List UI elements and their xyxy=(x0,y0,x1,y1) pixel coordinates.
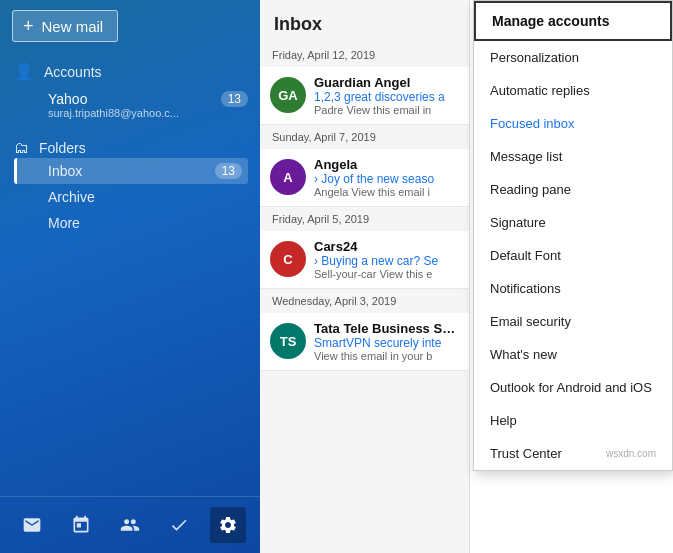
sidebar: + New mail 👤 Accounts Yahoo 13 suraj.tri… xyxy=(0,0,260,553)
tasks-nav-icon[interactable] xyxy=(161,507,197,543)
email-sender-2: Cars24 xyxy=(314,239,459,254)
dropdown-item-focused-inbox[interactable]: Focused inbox xyxy=(474,107,672,140)
folders-text: Folders xyxy=(39,140,86,156)
dropdown-menu: Manage accounts Personalization Automati… xyxy=(473,0,673,471)
email-item-2[interactable]: C Cars24 › Buying a new car? Se Sell-you… xyxy=(260,231,469,289)
sidebar-bottom xyxy=(0,496,260,553)
email-content-2: Cars24 › Buying a new car? Se Sell-your-… xyxy=(314,239,459,280)
dropdown-item-email-security[interactable]: Email security xyxy=(474,305,672,338)
email-content-0: Guardian Angel 1,2,3 great discoveries a… xyxy=(314,75,459,116)
email-preview-2: Sell-your-car View this e xyxy=(314,268,459,280)
dropdown-item-help[interactable]: Help xyxy=(474,404,672,437)
email-preview-3: View this email in your b xyxy=(314,350,459,362)
dropdown-item-message-list[interactable]: Message list xyxy=(474,140,672,173)
folders-label[interactable]: 🗂 Folders xyxy=(14,135,248,158)
account-email: suraj.tripathi88@yahoo.c... xyxy=(48,107,248,119)
folder-name-more: More xyxy=(48,215,80,231)
accounts-label[interactable]: 👤 Accounts xyxy=(14,58,248,85)
dropdown-item-trust-center[interactable]: Trust Center wsxdn.com xyxy=(474,437,672,470)
folder-item-inbox[interactable]: Inbox 13 xyxy=(14,158,248,184)
plus-icon: + xyxy=(23,17,34,35)
email-item-0[interactable]: GA Guardian Angel 1,2,3 great discoverie… xyxy=(260,67,469,125)
avatar-0: GA xyxy=(270,77,306,113)
email-sender-1: Angela xyxy=(314,157,459,172)
dropdown-item-whats-new[interactable]: What's new xyxy=(474,338,672,371)
date-header-3: Wednesday, April 3, 2019 xyxy=(260,289,469,313)
email-preview-1: Angela View this email i xyxy=(314,186,459,198)
dropdown-item-automatic-replies[interactable]: Automatic replies xyxy=(474,74,672,107)
trust-center-label: Trust Center xyxy=(490,446,562,461)
email-subject-1: › Joy of the new seaso xyxy=(314,172,459,186)
new-mail-button[interactable]: + New mail xyxy=(12,10,118,42)
dropdown-header[interactable]: Manage accounts xyxy=(474,1,672,41)
avatar-1: A xyxy=(270,159,306,195)
date-header-2: Friday, April 5, 2019 xyxy=(260,207,469,231)
email-item-3[interactable]: TS Tata Tele Business Servi SmartVPN sec… xyxy=(260,313,469,371)
date-header-0: Friday, April 12, 2019 xyxy=(260,43,469,67)
accounts-text: Accounts xyxy=(44,64,102,80)
dropdown-item-notifications[interactable]: Notifications xyxy=(474,272,672,305)
inbox-title: Inbox xyxy=(260,0,469,43)
folder-name-inbox: Inbox xyxy=(48,163,82,179)
email-sender-0: Guardian Angel xyxy=(314,75,459,90)
email-list: Inbox Friday, April 12, 2019 GA Guardian… xyxy=(260,0,470,553)
mail-nav-icon[interactable] xyxy=(14,507,50,543)
email-sender-3: Tata Tele Business Servi xyxy=(314,321,459,336)
folder-icon: 🗂 xyxy=(14,139,29,156)
folder-name-archive: Archive xyxy=(48,189,95,205)
dropdown-item-signature[interactable]: Signature xyxy=(474,206,672,239)
calendar-nav-icon[interactable] xyxy=(63,507,99,543)
email-preview-0: Padre View this email in xyxy=(314,104,459,116)
account-item[interactable]: Yahoo 13 suraj.tripathi88@yahoo.c... xyxy=(14,85,248,125)
email-subject-0: 1,2,3 great discoveries a xyxy=(314,90,459,104)
accounts-section: 👤 Accounts Yahoo 13 suraj.tripathi88@yah… xyxy=(0,50,260,129)
folder-item-more[interactable]: More xyxy=(14,210,248,236)
email-content-1: Angela › Joy of the new seaso Angela Vie… xyxy=(314,157,459,198)
folder-badge-inbox: 13 xyxy=(215,163,242,179)
settings-nav-icon[interactable] xyxy=(210,507,246,543)
dropdown-item-outlook-android-ios[interactable]: Outlook for Android and iOS xyxy=(474,371,672,404)
person-icon: 👤 xyxy=(14,62,34,81)
dropdown-item-default-font[interactable]: Default Font xyxy=(474,239,672,272)
people-nav-icon[interactable] xyxy=(112,507,148,543)
email-content-3: Tata Tele Business Servi SmartVPN secure… xyxy=(314,321,459,362)
sidebar-top: + New mail xyxy=(0,0,260,50)
email-subject-3: SmartVPN securely inte xyxy=(314,336,459,350)
email-subject-2: › Buying a new car? Se xyxy=(314,254,459,268)
folders-section: 🗂 Folders Inbox 13 Archive More xyxy=(0,129,260,240)
email-item-1[interactable]: A Angela › Joy of the new seaso Angela V… xyxy=(260,149,469,207)
avatar-2: C xyxy=(270,241,306,277)
dropdown-item-personalization[interactable]: Personalization xyxy=(474,41,672,74)
watermark: wsxdn.com xyxy=(606,448,656,459)
folder-item-archive[interactable]: Archive xyxy=(14,184,248,210)
account-name: Yahoo xyxy=(48,91,87,107)
avatar-3: TS xyxy=(270,323,306,359)
new-mail-label: New mail xyxy=(42,18,104,35)
account-badge: 13 xyxy=(221,91,248,107)
date-header-1: Sunday, April 7, 2019 xyxy=(260,125,469,149)
dropdown-item-reading-pane[interactable]: Reading pane xyxy=(474,173,672,206)
